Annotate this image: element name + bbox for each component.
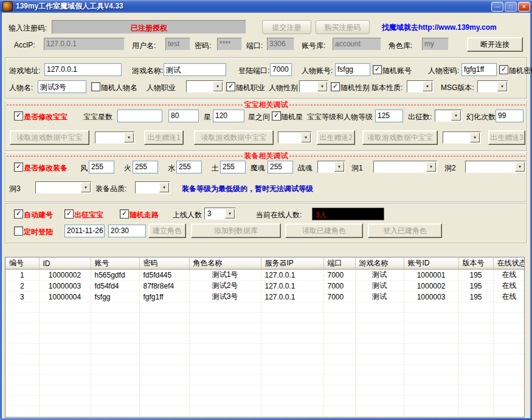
column-header[interactable]: 密码	[139, 257, 189, 270]
modify-pet-checkbox[interactable]: ✓	[14, 111, 23, 121]
quality-combo[interactable]: ▼	[135, 181, 170, 194]
db-password-field[interactable]: ****	[217, 38, 242, 51]
table-cell[interactable]: 7000	[323, 292, 355, 303]
dropdown-arrow-icon[interactable]: ▼	[213, 82, 223, 91]
table-cell[interactable]: fgfg1ff	[139, 292, 189, 303]
table-cell[interactable]: 10000003	[39, 281, 91, 292]
pet-star-field[interactable]	[117, 110, 162, 122]
table-cell[interactable]: 在线	[493, 270, 525, 281]
hole3-combo[interactable]: ▼	[35, 181, 92, 194]
submit-register-button[interactable]: 提交注册	[262, 20, 311, 34]
buy-regcode-button[interactable]: 购买注册码	[316, 20, 370, 34]
login-port-field[interactable]: 7000	[270, 63, 292, 76]
game-name-field[interactable]: 测试	[164, 63, 226, 76]
random-job-checkbox[interactable]: ✓	[226, 82, 235, 91]
table-cell[interactable]: fsfgg	[91, 292, 139, 303]
disconnect-button[interactable]: 断开连接	[467, 37, 523, 52]
random-account-checkbox[interactable]: ✓	[373, 65, 382, 74]
create-role-button[interactable]: 建立角色	[148, 223, 186, 238]
random-star-checkbox[interactable]: ✓	[272, 111, 281, 121]
birth-gift-button-1[interactable]: 出生赠送1	[144, 130, 184, 145]
table-cell[interactable]: 2	[5, 281, 39, 292]
db-port-field[interactable]: 3306	[267, 38, 294, 51]
char-password-field[interactable]: fgfg1ff	[461, 63, 497, 76]
read-pet-button-3[interactable]: 读取游戏数据中宝宝	[362, 130, 438, 145]
timed-login-checkbox[interactable]	[14, 226, 23, 236]
table-cell[interactable]: h565gdfd	[91, 270, 139, 281]
table-cell[interactable]: 7000	[323, 270, 355, 281]
game-address-field[interactable]: 127.0.0.1	[44, 63, 122, 76]
column-header[interactable]: 账号	[91, 257, 139, 270]
table-cell[interactable]: fd54fd4	[91, 281, 139, 292]
wind-field[interactable]: 255	[89, 161, 114, 173]
table-cell[interactable]: 测试3号	[189, 292, 261, 303]
dropdown-arrow-icon[interactable]: ▼	[301, 133, 311, 142]
job-combo[interactable]: ▼	[186, 80, 224, 93]
table-cell[interactable]: 测试1号	[189, 270, 261, 281]
dropdown-arrow-icon[interactable]: ▼	[451, 111, 461, 121]
water-field[interactable]: 255	[176, 161, 202, 173]
table-cell[interactable]: 127.0.0.1	[261, 270, 323, 281]
table-cell[interactable]: 195	[458, 270, 493, 281]
table-row[interactable]: 210000003fd54fd487f8r8ef4测试2号127.0.0.170…	[5, 281, 525, 292]
add-to-db-button[interactable]: 添加到数据库	[191, 223, 281, 238]
table-cell[interactable]: 1000002	[404, 281, 458, 292]
column-header[interactable]: 在线状态	[493, 257, 525, 270]
maximize-button[interactable]: □	[505, 2, 517, 12]
dropdown-arrow-icon[interactable]: ▼	[497, 82, 507, 91]
table-cell[interactable]: 1	[5, 270, 39, 281]
reg-code-field[interactable]: 已注册授权	[52, 20, 246, 34]
table-cell[interactable]: 在线	[493, 281, 525, 292]
table-cell[interactable]: 测试	[355, 281, 404, 292]
fire-field[interactable]: 255	[133, 161, 158, 173]
modify-equip-checkbox[interactable]: ✓	[14, 163, 23, 172]
dropdown-arrow-icon[interactable]: ▼	[334, 162, 344, 172]
pet-battle-checkbox[interactable]: ✓	[64, 209, 74, 219]
msg-version-combo[interactable]: ▼	[477, 80, 508, 93]
promo-link[interactable]: 找魔域就去http://www.139my.com	[382, 23, 497, 33]
read-pet-button-1[interactable]: 读取游戏数据中宝宝	[10, 130, 89, 145]
minimize-button[interactable]: —	[491, 2, 503, 12]
dropdown-arrow-icon[interactable]: ▼	[225, 209, 235, 219]
online-count-combo[interactable]: 3▼	[204, 208, 236, 220]
dropdown-arrow-icon[interactable]: ▼	[470, 133, 480, 142]
column-header[interactable]: 账号ID	[404, 257, 458, 270]
birth-gift-button-3[interactable]: 出生赠送3	[488, 130, 525, 145]
star-max-field[interactable]: 120	[213, 110, 244, 122]
table-cell[interactable]: 10000002	[39, 270, 91, 281]
table-cell[interactable]: fd5fd445	[139, 270, 189, 281]
table-row[interactable]: 110000002h565gdfdfd5fd445测试1号127.0.0.170…	[5, 270, 525, 281]
column-header[interactable]: 端口	[323, 257, 355, 270]
table-cell[interactable]: 127.0.0.1	[261, 281, 323, 292]
close-button[interactable]: ✕	[518, 2, 530, 12]
table-cell[interactable]: 测试2号	[189, 281, 261, 292]
earth-field[interactable]: 255	[220, 161, 246, 173]
pet-select-combo-2[interactable]: ▼	[278, 131, 312, 144]
random-walk-checkbox[interactable]: ✓	[120, 209, 129, 219]
table-cell[interactable]: 87f8r8ef4	[139, 281, 189, 292]
pet-level-field[interactable]: 125	[375, 110, 403, 122]
pet-select-combo-1[interactable]: ▼	[95, 131, 135, 144]
random-gender-checkbox[interactable]: ✓	[331, 82, 340, 91]
column-header[interactable]: 版本号	[458, 257, 493, 270]
huanhua-field[interactable]: 99	[496, 110, 523, 122]
dropdown-arrow-icon[interactable]: ▼	[515, 162, 525, 172]
birth-gift-button-2[interactable]: 出生赠送2	[317, 130, 355, 145]
auto-create-checkbox[interactable]: ✓	[14, 209, 23, 219]
login-roles-button[interactable]: 登入已建角色	[368, 223, 442, 238]
dropdown-arrow-icon[interactable]: ▼	[81, 183, 91, 192]
dropdown-arrow-icon[interactable]: ▼	[124, 133, 134, 142]
table-cell[interactable]: 127.0.0.1	[261, 292, 323, 303]
login-date-field[interactable]: 2011-11-26	[64, 225, 105, 237]
zhanhun-combo[interactable]: ▼	[317, 161, 345, 173]
login-time-field[interactable]: 20:30	[108, 225, 146, 237]
table-cell[interactable]: 195	[458, 281, 493, 292]
column-header[interactable]: 编号	[5, 257, 39, 270]
account-db-field[interactable]: account	[333, 38, 381, 51]
dropdown-arrow-icon[interactable]: ▼	[426, 162, 436, 172]
gender-combo[interactable]: ▼	[299, 80, 328, 93]
role-db-field[interactable]: my	[422, 38, 449, 51]
column-header[interactable]: 角色名称	[189, 257, 261, 270]
table-row[interactable]: 310000004fsfggfgfg1ff测试3号127.0.0.17000测试…	[5, 292, 525, 303]
table-cell[interactable]: 测试	[355, 292, 404, 303]
